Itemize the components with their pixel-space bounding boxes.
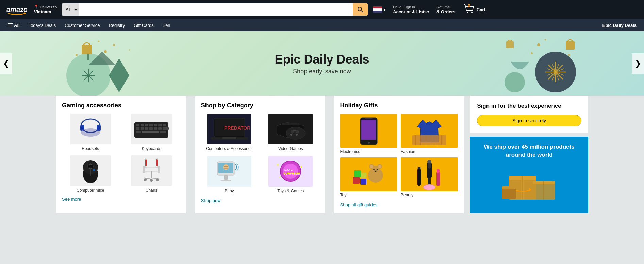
svg-rect-108	[362, 120, 376, 139]
toys-label: Toys	[340, 193, 397, 197]
svg-point-29	[505, 72, 525, 92]
list-item[interactable]: Fashion	[401, 114, 458, 154]
list-item[interactable]: Baby	[201, 156, 258, 193]
baby-image	[207, 156, 251, 187]
list-item[interactable]: Chairs	[123, 155, 180, 193]
svg-point-2	[358, 7, 362, 11]
svg-rect-31	[506, 41, 514, 48]
svg-rect-107	[365, 118, 373, 119]
deliver-to[interactable]: 📍 Deliver to Vietnam	[34, 5, 57, 14]
svg-point-132	[427, 160, 431, 163]
svg-text:PREDATOR: PREDATOR	[224, 125, 250, 131]
nav-all-button[interactable]: All	[4, 20, 23, 30]
cart-label: Cart	[477, 7, 485, 12]
gaming-see-more-link[interactable]: See more	[62, 197, 81, 202]
chairs-image	[131, 155, 172, 186]
svg-point-138	[423, 184, 435, 190]
computer-mice-label: Computer mice	[77, 188, 104, 193]
language-selector[interactable]: ▾	[370, 5, 388, 14]
holiday-grid: Electronics	[340, 114, 458, 197]
svg-point-106	[368, 142, 370, 144]
search-icon	[357, 6, 363, 13]
banner-prev-button[interactable]: ❮	[0, 53, 12, 74]
beauty-image	[401, 157, 458, 191]
amazon-logo[interactable]: amazon	[4, 3, 29, 16]
list-item[interactable]: Toys	[340, 157, 397, 197]
cart-icon-container: 0	[463, 3, 475, 16]
banner-title: Epic Daily Deals	[275, 52, 369, 67]
search-button[interactable]	[353, 3, 368, 16]
logo-svg: amazon	[6, 4, 27, 15]
computers-image: PREDATOR	[207, 114, 251, 144]
svg-text:L.O.L.: L.O.L.	[284, 168, 293, 171]
nav-all-label: All	[14, 23, 20, 28]
svg-point-64	[88, 164, 93, 169]
svg-point-72	[150, 179, 153, 182]
search-bar: All	[62, 3, 368, 16]
hero-banner: ❮	[0, 31, 644, 96]
right-column: Sign in for the best experience Sign in …	[470, 96, 588, 213]
category-card-title: Shop by Category	[201, 102, 319, 109]
svg-rect-127	[354, 170, 361, 177]
video-games-label: Video Games	[278, 146, 303, 151]
fashion-label: Fashion	[401, 149, 458, 154]
svg-point-35	[568, 54, 570, 56]
list-item[interactable]: PREDATOR Computers & Accessories	[201, 114, 258, 151]
svg-rect-53	[145, 127, 148, 130]
list-item[interactable]: L.O.L. SURPRISE! ★ ★ ★ Toys & Games	[262, 156, 319, 193]
list-item[interactable]: Video Games	[262, 114, 319, 151]
svg-point-13	[98, 41, 100, 42]
signin-card: Sign in for the best experience Sign in …	[470, 96, 588, 133]
banner-right-decor	[488, 35, 583, 96]
holiday-card-title: Holiday Gifts	[340, 102, 458, 109]
beauty-label: Beauty	[401, 193, 458, 197]
nav-sell[interactable]: Sell	[159, 20, 174, 30]
svg-point-32	[537, 43, 540, 46]
svg-text:★: ★	[300, 165, 302, 169]
svg-rect-137	[437, 169, 440, 173]
svg-rect-129	[361, 173, 366, 178]
cart[interactable]: 0 Cart	[461, 2, 488, 17]
svg-rect-10	[82, 45, 92, 54]
svg-point-14	[76, 54, 78, 56]
shop-all-gift-guides-link[interactable]: Shop all gift guides	[340, 202, 458, 207]
nav-gift-cards[interactable]: Gift Cards	[130, 20, 158, 30]
list-item[interactable]: Computer mice	[62, 155, 119, 193]
list-item[interactable]: Keyboards	[123, 114, 180, 151]
search-category-select[interactable]: All	[62, 3, 79, 16]
boxes-illustration	[499, 166, 560, 203]
svg-rect-57	[163, 127, 169, 130]
nav-customer-service[interactable]: Customer Service	[61, 20, 103, 30]
svg-rect-67	[145, 158, 158, 168]
svg-rect-59	[142, 131, 159, 133]
flag-icon	[373, 6, 382, 13]
svg-point-34	[545, 39, 546, 41]
svg-rect-56	[158, 127, 162, 130]
svg-point-94	[226, 166, 227, 167]
nav-todays-deals[interactable]: Today's Deals	[25, 20, 60, 30]
nav-epic-deals[interactable]: Epic Daily Deals	[599, 21, 640, 30]
signin-button[interactable]: Sign in securely	[477, 115, 581, 126]
svg-rect-46	[145, 124, 148, 126]
svg-rect-48	[154, 124, 157, 126]
computer-mice-image	[70, 155, 111, 186]
nav-registry[interactable]: Registry	[105, 20, 129, 30]
shop-now-link[interactable]: Shop now	[201, 198, 319, 203]
svg-point-86	[296, 130, 299, 134]
headsets-label: Headsets	[82, 146, 99, 151]
banner-next-button[interactable]: ❯	[632, 53, 644, 74]
returns-orders[interactable]: Returns & Orders	[434, 3, 458, 16]
svg-rect-148	[502, 186, 516, 189]
svg-rect-44	[136, 124, 139, 126]
svg-point-15	[129, 49, 130, 51]
svg-point-40	[81, 128, 100, 137]
list-item[interactable]: Electronics	[340, 114, 397, 154]
headsets-image	[70, 114, 111, 144]
search-input[interactable]	[79, 3, 353, 16]
account-menu[interactable]: Hello, Sign in Account & Lists ▾	[391, 3, 431, 16]
list-item[interactable]: Beauty	[401, 157, 458, 197]
svg-line-3	[361, 11, 363, 12]
ship-world-card: We ship over 45 million products around …	[470, 137, 588, 213]
cart-count: 0	[468, 3, 470, 8]
list-item[interactable]: Headsets	[62, 114, 119, 151]
